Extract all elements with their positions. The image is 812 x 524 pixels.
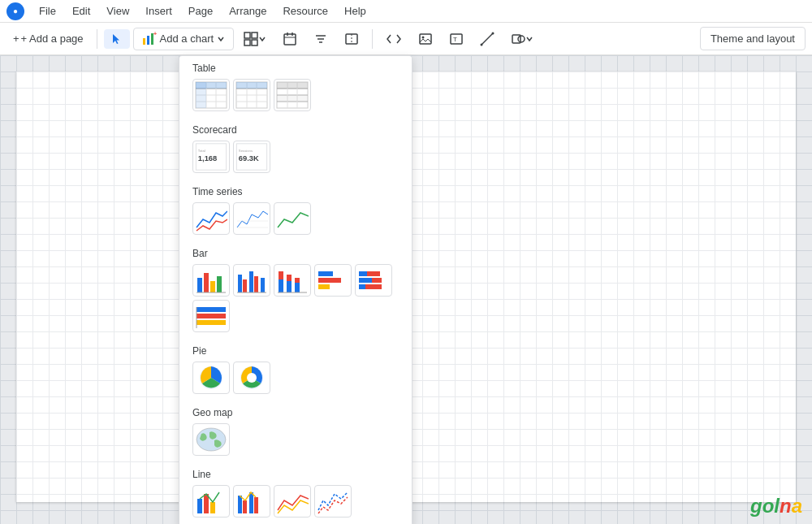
align-icon: [344, 32, 359, 46]
menu-help[interactable]: Help: [338, 3, 373, 19]
bar-option-4[interactable]: [314, 264, 352, 297]
add-chart-button[interactable]: + Add a chart: [133, 28, 235, 50]
svg-rect-77: [318, 284, 330, 289]
svg-rect-98: [254, 497, 258, 513]
svg-rect-40: [236, 82, 267, 89]
svg-rect-80: [359, 278, 372, 283]
menu-resource[interactable]: Resource: [276, 3, 335, 19]
menu-edit[interactable]: Edit: [66, 3, 97, 19]
svg-rect-64: [249, 271, 253, 292]
pie-options: [192, 362, 399, 394]
bar-option-1[interactable]: [192, 264, 230, 297]
scorecard-option-2[interactable]: Sessions69.3K: [233, 141, 270, 173]
svg-rect-92: [197, 499, 202, 513]
svg-text:Sessions: Sessions: [239, 149, 253, 153]
svg-rect-60: [217, 276, 222, 292]
app-logo: ●: [6, 2, 24, 20]
calendar-icon: [283, 32, 297, 46]
date-range-button[interactable]: [276, 28, 304, 50]
pie-option-2[interactable]: [233, 362, 270, 394]
table-option-2[interactable]: [233, 79, 270, 111]
toolbar: + + Add a page + Add a chart: [0, 23, 812, 55]
svg-rect-78: [359, 271, 367, 276]
bar-option-6[interactable]: [192, 300, 230, 332]
svg-line-21: [482, 33, 493, 45]
svg-rect-79: [367, 271, 380, 276]
select-tool-button[interactable]: [104, 29, 130, 49]
svg-rect-1: [147, 36, 149, 45]
theme-layout-button[interactable]: Theme and layout: [700, 27, 806, 50]
svg-text:T: T: [453, 36, 457, 43]
svg-rect-96: [243, 500, 247, 513]
bar-option-2[interactable]: [233, 264, 270, 297]
time-series-option-1[interactable]: [192, 202, 230, 235]
line-tool-button[interactable]: [473, 28, 501, 50]
svg-rect-4: [244, 32, 250, 38]
svg-rect-66: [261, 278, 265, 292]
widget-icon: [244, 32, 258, 46]
code-button[interactable]: [379, 29, 408, 49]
svg-rect-83: [365, 284, 382, 289]
table-options: [192, 79, 399, 111]
goha-text-3: a: [792, 495, 802, 517]
line-option-3[interactable]: [274, 485, 311, 518]
bar-option-3[interactable]: [274, 264, 311, 297]
chevron-down-icon: [217, 35, 225, 43]
pie-option-1[interactable]: [192, 362, 230, 394]
menu-file[interactable]: File: [32, 3, 63, 19]
scorecard-option-1[interactable]: Total1,168: [192, 141, 230, 173]
time-series-option-3[interactable]: [274, 202, 311, 235]
svg-rect-94: [210, 502, 215, 513]
bar-option-5[interactable]: [355, 264, 392, 297]
add-page-button[interactable]: + + Add a page: [6, 29, 90, 48]
menu-view[interactable]: View: [100, 3, 136, 19]
goha-logo: golna: [750, 495, 802, 518]
align-button[interactable]: [338, 28, 365, 50]
bar-options: [192, 264, 399, 332]
svg-rect-73: [295, 278, 300, 283]
section-table: Table: [179, 56, 412, 118]
table-option-3[interactable]: [274, 79, 311, 111]
svg-text:1,168: 1,168: [198, 154, 217, 162]
svg-rect-47: [277, 82, 308, 89]
line-tool-icon: [480, 32, 495, 46]
code-icon: [386, 32, 402, 45]
svg-text:Total: Total: [198, 149, 205, 153]
section-line: Line: [179, 462, 412, 524]
widget-button[interactable]: [237, 28, 273, 50]
chart-add-icon: +: [142, 32, 157, 46]
menu-insert[interactable]: Insert: [139, 3, 179, 19]
section-line-label: Line: [192, 469, 399, 480]
geo-option-1[interactable]: [192, 423, 230, 456]
line-options: [192, 485, 399, 518]
line-option-4[interactable]: [314, 485, 352, 518]
svg-rect-8: [284, 34, 296, 45]
section-time-series: Time series: [179, 180, 412, 241]
svg-rect-58: [204, 273, 209, 292]
section-pie-label: Pie: [192, 345, 399, 357]
line-option-1[interactable]: [192, 485, 230, 518]
section-table-label: Table: [192, 63, 399, 74]
svg-point-23: [492, 32, 495, 34]
menu-arrange[interactable]: Arrange: [222, 3, 273, 19]
goha-text-1: gol: [750, 495, 780, 517]
section-scorecard: Scorecard Total1,168 Sessions69.3K: [179, 118, 412, 180]
filter-button[interactable]: [307, 28, 335, 50]
svg-rect-0: [143, 38, 145, 45]
svg-rect-6: [244, 40, 250, 45]
section-bar: Bar: [179, 241, 412, 339]
svg-rect-97: [249, 492, 253, 513]
menubar: ● File Edit View Insert Page Arrange Res…: [0, 0, 812, 23]
svg-point-25: [518, 36, 525, 42]
chart-type-dropdown: Table Scorecard Total1,168: [179, 55, 412, 524]
shape-chevron-icon: [525, 35, 533, 43]
shape-button[interactable]: [504, 28, 540, 50]
svg-rect-85: [197, 314, 226, 318]
image-button[interactable]: [412, 28, 439, 50]
menu-page[interactable]: Page: [182, 3, 219, 19]
line-option-2[interactable]: [233, 485, 270, 518]
time-series-option-2[interactable]: [233, 202, 270, 235]
section-time-series-label: Time series: [192, 186, 399, 197]
textbox-button[interactable]: T: [443, 28, 470, 50]
table-option-1[interactable]: [192, 79, 230, 111]
